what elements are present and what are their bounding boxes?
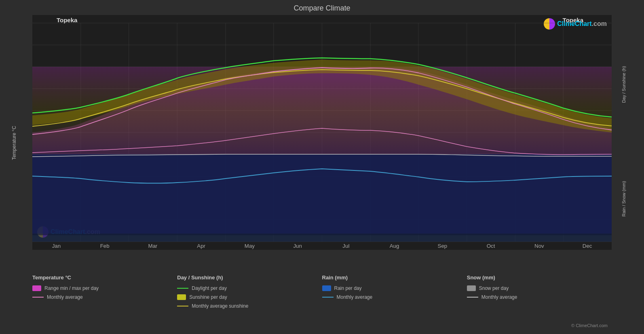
legend-area: Temperature °C Range min / max per day M…: [8, 270, 636, 323]
svg-text:Aug: Aug: [390, 243, 399, 249]
legend-col-snow: Snow (mm) Snow per day Monthly average: [467, 274, 612, 319]
svg-text:Oct: Oct: [487, 243, 495, 249]
legend-line-monthly-avg-sunshine: [177, 306, 188, 306]
legend-item-range: Range min / max per day: [32, 285, 177, 291]
legend-swatch-snow: [467, 285, 476, 291]
svg-text:Nov: Nov: [534, 243, 544, 249]
svg-text:Mar: Mar: [148, 243, 158, 249]
legend-title-temperature: Temperature °C: [32, 274, 177, 281]
legend-title-rain: Rain (mm): [322, 274, 467, 281]
legend-title-sunshine: Day / Sunshine (h): [177, 274, 322, 281]
y-axis-left-label: Temperature °C: [11, 126, 17, 160]
y-axis-right-rain-label: Rain / Snow (mm): [621, 181, 626, 217]
y-ticks-left: [20, 15, 32, 270]
svg-text:Jun: Jun: [293, 243, 302, 249]
legend-swatch-range: [32, 285, 41, 291]
legend-item-snow-per-day: Snow per day: [467, 285, 612, 291]
legend-label-monthly-avg-snow: Monthly average: [481, 294, 517, 300]
legend-item-monthly-avg-snow: Monthly average: [467, 294, 612, 300]
legend-label-range: Range min / max per day: [44, 285, 99, 291]
svg-text:Jan: Jan: [52, 243, 61, 249]
legend-label-daylight: Daylight per day: [192, 285, 227, 291]
chart-svg: Jan Feb Mar Apr May Jun Jul Aug Sep Oct …: [32, 15, 612, 250]
legend-col-sunshine: Day / Sunshine (h) Daylight per day Suns…: [177, 274, 322, 319]
legend-item-sunshine-per-day: Sunshine per day: [177, 294, 322, 300]
chart-title: Compare Climate: [8, 4, 636, 13]
legend-item-daylight: Daylight per day: [177, 285, 322, 291]
legend-item-monthly-avg-rain: Monthly average: [322, 294, 467, 300]
legend-title-snow: Snow (mm): [467, 274, 612, 281]
legend-label-rain: Rain per day: [334, 285, 362, 291]
svg-text:Jul: Jul: [342, 243, 349, 249]
svg-text:Feb: Feb: [100, 243, 110, 249]
y-axis-right-sunshine-label: Day / Sunshine (h): [621, 66, 626, 103]
legend-swatch-sunshine: [177, 294, 186, 300]
legend-label-sunshine: Sunshine per day: [189, 294, 227, 300]
svg-text:Dec: Dec: [583, 243, 592, 249]
legend-label-snow: Snow per day: [479, 285, 509, 291]
svg-text:Apr: Apr: [197, 243, 205, 249]
legend-label-monthly-avg-sunshine: Monthly average sunshine: [192, 303, 248, 309]
legend-line-monthly-avg-temp: [32, 297, 44, 298]
legend-item-rain-per-day: Rain per day: [322, 285, 467, 291]
legend-label-monthly-avg-temp: Monthly average: [47, 294, 83, 300]
legend-item-monthly-avg-temp: Monthly average: [32, 294, 177, 300]
legend-col-temperature: Temperature °C Range min / max per day M…: [32, 274, 177, 319]
legend-col-rain: Rain (mm) Rain per day Monthly average: [322, 274, 467, 319]
legend-line-monthly-avg-snow: [467, 297, 478, 298]
chart-main: Topeka Topeka ClimeChart.com ClimeChart.…: [32, 15, 612, 250]
y-axis-right: Day / Sunshine (h) Rain / Snow (mm): [612, 15, 636, 270]
legend-label-monthly-avg-rain: Monthly average: [337, 294, 373, 300]
svg-text:Sep: Sep: [438, 243, 448, 249]
legend-line-monthly-avg-rain: [322, 297, 334, 298]
legend-line-daylight: [177, 288, 188, 289]
legend-swatch-rain: [322, 285, 331, 291]
svg-text:May: May: [245, 243, 255, 249]
page-container: Compare Climate Temperature °C Topeka To…: [0, 0, 644, 334]
copyright: © ClimeChart.com: [8, 323, 636, 330]
legend-item-monthly-avg-sunshine: Monthly average sunshine: [177, 303, 322, 309]
